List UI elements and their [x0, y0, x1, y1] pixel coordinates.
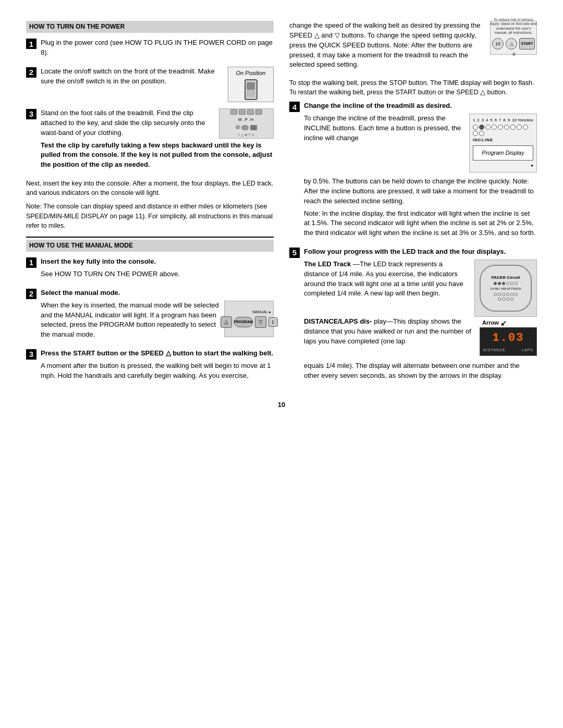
step-5-heading: Follow your progress with the LED track … [304, 247, 537, 257]
section-manual-mode: HOW TO USE THE MANUAL MODE 1 Insert the … [26, 237, 274, 384]
section-heading-manual: HOW TO USE THE MANUAL MODE [26, 240, 274, 252]
incline-dot-3 [485, 125, 491, 130]
key-8 [236, 125, 240, 129]
on-position-label: On Position [236, 69, 266, 78]
speed-stop-para: To stop the walking belt, press the STOP… [289, 78, 537, 97]
incline-dot-9 [523, 125, 528, 130]
manual-step-3-heading: Press the START button or the SPEED △ bu… [41, 349, 274, 359]
program-btn[interactable]: PROGRAM [234, 317, 253, 327]
pacer-dot-9 [502, 293, 505, 296]
keypad-diagram: M.P.H I △ ⊕ ▽ o [219, 108, 274, 139]
key-icon-star [250, 125, 257, 130]
speed-buttons-diagram: To reduce risk of serious injury: stand … [490, 21, 537, 55]
section-turn-on-power: HOW TO TURN ON THE POWER 1 Plug in the p… [26, 21, 274, 230]
manual-step-3-text: A moment after the button is pressed, th… [41, 361, 274, 381]
speed-up-btn[interactable]: △ [506, 38, 517, 50]
mph-label: M.P.H [238, 117, 254, 123]
pacer-dot-16 [510, 298, 513, 301]
program-display-label: Program Display [482, 150, 524, 156]
distance-display-value: 1.03 [493, 330, 524, 347]
incline-text-left: To change the incline of the treadmill, … [304, 114, 463, 146]
manual-console-diagram: MANUAL ● △ PROGRAM ▽ 1 [224, 301, 274, 337]
step-1-content: Plug in the power cord (see HOW TO PLUG … [41, 38, 274, 60]
pacer-dot-1 [494, 282, 497, 285]
manual-step-3-content: Press the START button or the SPEED △ bu… [41, 349, 274, 384]
manual-step-num-2: 2 [26, 289, 36, 299]
pacer-circuit: PACER Circuit 1/4 MI / 400 M TRACK [480, 265, 532, 312]
up-triangle-btn[interactable]: △ [221, 316, 232, 328]
page-layout: HOW TO TURN ON THE POWER 1 Plug in the p… [26, 21, 537, 390]
speed-section: change the speed of the walking belt as … [289, 21, 537, 73]
pacer-dot-11 [510, 293, 513, 296]
step-num-4: 4 [289, 102, 300, 112]
distance-heading: DISTANCE/LAPS dis- [304, 317, 372, 325]
incline-dot-11 [479, 131, 484, 136]
pacer-dot-14 [502, 298, 505, 301]
pacer-dots-mid [494, 293, 518, 296]
num-1-btn[interactable]: 1 [268, 317, 278, 327]
note-2: Note: The console can display speed and … [26, 202, 274, 230]
speed-btn-row: 10 △ START [492, 38, 535, 50]
step-5-led: 5 Follow your progress with the LED trac… [289, 247, 537, 384]
left-column: HOW TO TURN ON THE POWER 1 Plug in the p… [26, 21, 274, 390]
incline-para-2: by 0.5%. The buttons can be held down to… [304, 177, 537, 206]
incline-dial: ● [473, 163, 533, 169]
incline-dot-8 [517, 125, 522, 130]
manual-step-2-image: MANUAL ● △ PROGRAM ▽ 1 [224, 301, 274, 337]
manual-step-2-text: When the key is inserted, the manual mod… [41, 301, 219, 342]
pacer-dot-2 [498, 282, 501, 285]
step-3-content: Stand on the foot rails of the treadmill… [41, 108, 274, 172]
down-triangle-btn[interactable]: ▽ [255, 316, 266, 328]
manual-step-2: 2 Select the manual mode. When the key i… [26, 288, 274, 342]
step-2-para: Locate the on/off switch on the front of… [41, 67, 223, 87]
pacer-dot-7 [494, 293, 497, 296]
laps-label: LAPS [522, 348, 533, 353]
speed-10-btn[interactable]: 10 [492, 38, 504, 50]
step-1-text: Plug in the power cord (see HOW TO PLUG … [41, 38, 274, 58]
switch-knob-bottom [247, 90, 255, 97]
manual-step-3: 3 Press the START button or the SPEED △ … [26, 349, 274, 384]
speed-num-label: ③ [512, 52, 516, 58]
incline-dot-5 [498, 125, 503, 130]
on-position-diagram: On Position [228, 67, 274, 102]
pacer-sub-text: 1/4 MI / 400 M TRACK [490, 287, 521, 291]
incline-diagram: 123 456 789 10 %incline [469, 114, 537, 172]
distance-section: DISTANCE/LAPS dis- play—This display sho… [304, 317, 537, 356]
key-icon-circle [241, 125, 249, 130]
incline-dot-2 [479, 125, 484, 130]
step-3-inline: Stand on the foot rails of the treadmill… [41, 108, 274, 141]
step-2-inline: Locate the on/off switch on the front of… [41, 67, 274, 102]
key-4 [230, 109, 237, 115]
incline-numbers-row: 123 456 789 10 %incline [473, 117, 533, 124]
pacer-dot-5 [510, 282, 513, 285]
manual-indicator-text: MANUAL ● [227, 310, 271, 315]
step-num-5: 5 [289, 248, 300, 258]
key-label: I △ ⊕ ▽ o [239, 132, 254, 138]
program-display-box: Program Display [473, 145, 533, 161]
step-3-bold: Test the clip by carefully taking a few … [41, 141, 274, 170]
incline-dot-6 [504, 125, 509, 130]
led-section: The LED Track —The LED track represents … [304, 260, 537, 317]
step-4-incline: 4 Change the incline of the treadmill as… [289, 101, 537, 241]
note-1: Next, insert the key into the console. A… [26, 179, 274, 198]
led-track-diagram: PACER Circuit 1/4 MI / 400 M TRACK [474, 260, 537, 317]
pacer-dots-bottom [498, 298, 513, 301]
pacer-dot-3 [502, 282, 505, 285]
incline-inline: To change the incline of the treadmill, … [304, 114, 537, 172]
pacer-dots-top [494, 282, 518, 285]
distance-labels: DISTANCE LAPS [480, 348, 536, 353]
distance-display-wrap: Arrow ↙ 1.03 DISTANCE LAPS [480, 327, 537, 356]
incline-para-3: Note: In the incline display, the first … [304, 209, 537, 239]
led-text: The LED Track —The LED track represents … [304, 260, 469, 301]
manual-step-2-content: Select the manual mode. When the key is … [41, 288, 274, 342]
distance-display: 1.03 DISTANCE LAPS [480, 327, 537, 356]
switch-shape [244, 79, 258, 100]
step-num-1: 1 [26, 39, 36, 49]
step-num-2: 2 [26, 67, 36, 78]
pacer-dot-8 [498, 293, 501, 296]
step-2-power: 2 Locate the on/off switch on the front … [26, 67, 274, 102]
section-heading-power: HOW TO TURN ON THE POWER [26, 21, 274, 33]
manual-step-2-heading: Select the manual mode. [41, 288, 274, 298]
key-5 [239, 109, 246, 115]
start-btn[interactable]: START [519, 38, 535, 50]
